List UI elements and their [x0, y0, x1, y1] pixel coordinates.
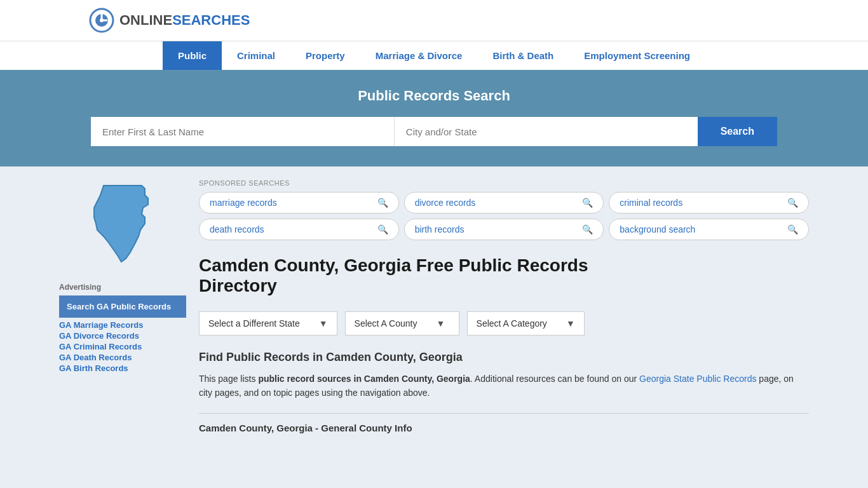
georgia-state-link[interactable]: Georgia State Public Records	[639, 374, 756, 384]
svg-point-2	[100, 18, 104, 22]
tag-criminal-label: criminal records	[620, 198, 682, 208]
state-map	[59, 179, 186, 270]
tag-divorce-records[interactable]: divorce records 🔍	[404, 192, 604, 214]
nav-criminal[interactable]: Criminal	[222, 41, 290, 70]
logo-icon	[89, 8, 114, 33]
nav-property[interactable]: Property	[290, 41, 360, 70]
search-icon-5: 🔍	[582, 224, 593, 234]
sidebar-link-divorce[interactable]: GA Divorce Records	[59, 331, 186, 341]
find-section-body: This page lists public record sources in…	[199, 372, 809, 400]
search-bar: Search	[91, 117, 777, 146]
logo[interactable]: ONLINESEARCHES	[89, 8, 250, 33]
sidebar: Advertising Search GA Public Records GA …	[59, 179, 186, 433]
county-info-header: Camden County, Georgia - General County …	[199, 413, 809, 433]
hero-banner: Public Records Search Search	[0, 70, 868, 166]
hero-title: Public Records Search	[89, 88, 779, 104]
search-button[interactable]: Search	[698, 117, 777, 146]
chevron-down-icon-county: ▼	[436, 318, 445, 329]
nav-marriage-divorce[interactable]: Marriage & Divorce	[360, 41, 478, 70]
nav-public[interactable]: Public	[163, 41, 222, 70]
sidebar-link-death[interactable]: GA Death Records	[59, 353, 186, 362]
search-icon-2: 🔍	[582, 198, 593, 208]
category-dropdown-label: Select A Category	[477, 318, 547, 329]
tag-criminal-records[interactable]: criminal records 🔍	[609, 192, 809, 214]
county-dropdown-label: Select A County	[355, 318, 417, 329]
header: ONLINESEARCHES	[0, 0, 868, 41]
main-nav: Public Criminal Property Marriage & Divo…	[0, 41, 868, 70]
county-dropdown[interactable]: Select A County ▼	[345, 311, 459, 336]
main-content: Advertising Search GA Public Records GA …	[46, 166, 822, 446]
search-icon-1: 🔍	[377, 198, 388, 208]
page-title: Camden County, Georgia Free Public Recor…	[199, 255, 809, 296]
ad-box[interactable]: Search GA Public Records	[59, 295, 186, 318]
sidebar-link-criminal[interactable]: GA Criminal Records	[59, 342, 186, 351]
dropdowns: Select a Different State ▼ Select A Coun…	[199, 311, 809, 336]
sponsored-label: SPONSORED SEARCHES	[199, 179, 809, 187]
page-title-section: Camden County, Georgia Free Public Recor…	[199, 255, 809, 296]
search-icon-4: 🔍	[377, 224, 388, 234]
tag-marriage-label: marriage records	[210, 198, 277, 208]
tag-divorce-label: divorce records	[415, 198, 476, 208]
category-dropdown[interactable]: Select A Category ▼	[467, 311, 585, 336]
tag-birth-label: birth records	[415, 224, 465, 234]
advertising-label: Advertising	[59, 283, 186, 292]
sidebar-link-birth[interactable]: GA Birth Records	[59, 363, 186, 373]
search-icon-6: 🔍	[787, 224, 798, 234]
tag-birth-records[interactable]: birth records 🔍	[404, 219, 604, 240]
tag-background-label: background search	[620, 224, 695, 234]
tag-background-search[interactable]: background search 🔍	[609, 219, 809, 240]
logo-text: ONLINESEARCHES	[119, 12, 250, 29]
content-area: SPONSORED SEARCHES marriage records 🔍 di…	[199, 179, 809, 433]
search-tags: marriage records 🔍 divorce records 🔍 cri…	[199, 192, 809, 240]
tag-death-records[interactable]: death records 🔍	[199, 219, 399, 240]
nav-birth-death[interactable]: Birth & Death	[477, 41, 569, 70]
state-dropdown-label: Select a Different State	[208, 318, 300, 329]
find-section: Find Public Records in Camden County, Ge…	[199, 351, 809, 400]
find-section-heading: Find Public Records in Camden County, Ge…	[199, 351, 809, 364]
search-icon-3: 🔍	[787, 198, 798, 208]
location-input[interactable]	[395, 117, 698, 146]
georgia-map-icon	[85, 179, 161, 268]
name-input[interactable]	[91, 117, 395, 146]
tag-death-label: death records	[210, 224, 264, 234]
nav-employment[interactable]: Employment Screening	[569, 41, 705, 70]
tag-marriage-records[interactable]: marriage records 🔍	[199, 192, 399, 214]
chevron-down-icon-category: ▼	[566, 318, 575, 329]
sidebar-link-marriage[interactable]: GA Marriage Records	[59, 320, 186, 330]
chevron-down-icon-state: ▼	[319, 318, 328, 329]
state-dropdown[interactable]: Select a Different State ▼	[199, 311, 337, 336]
